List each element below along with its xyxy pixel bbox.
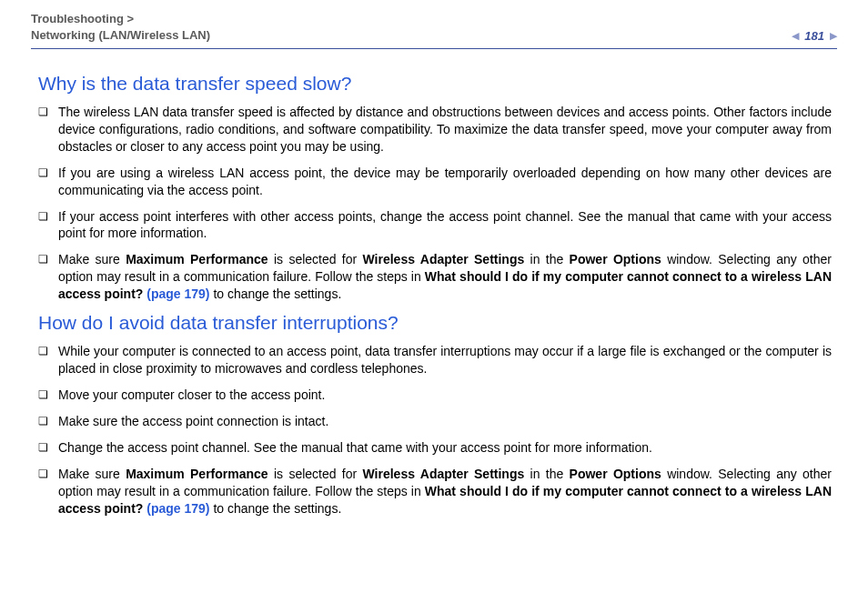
- list-item: ❏The wireless LAN data transfer speed is…: [38, 104, 832, 156]
- text-run: Change the access point channel. See the…: [58, 440, 652, 455]
- list-item: ❏Make sure Maximum Performance is select…: [38, 251, 832, 303]
- bullet-icon: ❏: [38, 104, 58, 121]
- list-item: ❏Make sure the access point connection i…: [38, 413, 832, 430]
- bullet-list: ❏The wireless LAN data transfer speed is…: [38, 104, 832, 303]
- section-heading: Why is the data transfer speed slow?: [38, 73, 832, 95]
- bullet-list: ❏While your computer is connected to an …: [38, 343, 832, 518]
- bold-text: Maximum Performance: [126, 252, 268, 266]
- list-item: ❏While your computer is connected to an …: [38, 343, 832, 377]
- bullet-icon: ❏: [38, 413, 58, 430]
- text-run: to change the settings.: [210, 286, 342, 301]
- list-item: ❏Move your computer closer to the access…: [38, 387, 832, 404]
- bullet-icon: ❏: [38, 343, 58, 360]
- text-run: While your computer is connected to an a…: [58, 344, 832, 376]
- text-run: is selected for: [268, 467, 363, 481]
- breadcrumb: Troubleshooting > Networking (LAN/Wirele…: [31, 11, 210, 43]
- bullet-icon: ❏: [38, 165, 58, 182]
- bullet-icon: ❏: [38, 466, 58, 483]
- text-run: to change the settings.: [210, 501, 342, 516]
- text-run: in the: [524, 252, 569, 266]
- breadcrumb-line-1: Troubleshooting >: [31, 12, 134, 25]
- list-item: ❏Make sure Maximum Performance is select…: [38, 466, 832, 518]
- bullet-text: If your access point interferes with oth…: [58, 208, 832, 243]
- list-item: ❏Change the access point channel. See th…: [38, 439, 832, 457]
- text-run: Make sure the access point connection is…: [58, 414, 328, 428]
- page-content: Why is the data transfer speed slow?❏The…: [31, 49, 837, 518]
- page-header: Troubleshooting > Networking (LAN/Wirele…: [31, 11, 837, 43]
- bullet-text: Make sure Maximum Performance is selecte…: [58, 466, 832, 518]
- bullet-text: If you are using a wireless LAN access p…: [58, 165, 832, 199]
- bullet-text: Make sure the access point connection is…: [58, 413, 832, 430]
- bold-text: Wireless Adapter Settings: [363, 467, 525, 481]
- next-page-icon[interactable]: ▶: [830, 30, 837, 42]
- document-page: Troubleshooting > Networking (LAN/Wirele…: [0, 0, 868, 518]
- page-number: 181: [804, 29, 824, 43]
- text-run: The wireless LAN data transfer speed is …: [58, 105, 832, 154]
- bold-text: Maximum Performance: [126, 467, 268, 481]
- bullet-text: Make sure Maximum Performance is selecte…: [58, 251, 832, 303]
- text-run: Make sure: [58, 252, 126, 266]
- page-number-nav: ◀ 181 ▶: [792, 29, 837, 43]
- page-reference-link[interactable]: (page 179): [146, 501, 209, 516]
- bullet-text: While your computer is connected to an a…: [58, 343, 832, 377]
- list-item: ❏If your access point interferes with ot…: [38, 208, 832, 243]
- list-item: ❏If you are using a wireless LAN access …: [38, 165, 832, 199]
- bullet-icon: ❏: [38, 251, 58, 268]
- text-run: is selected for: [268, 252, 363, 266]
- text-run: If you are using a wireless LAN access p…: [58, 166, 832, 197]
- bullet-text: Change the access point channel. See the…: [58, 439, 832, 457]
- bullet-icon: ❏: [38, 387, 58, 404]
- text-run: in the: [524, 467, 569, 481]
- text-run: Make sure: [58, 467, 126, 481]
- text-run: If your access point interferes with oth…: [58, 209, 832, 241]
- page-reference-link[interactable]: (page 179): [146, 286, 209, 301]
- bullet-icon: ❏: [38, 439, 58, 457]
- bold-text: Power Options: [570, 252, 661, 266]
- bold-text: Power Options: [570, 467, 661, 481]
- text-run: Move your computer closer to the access …: [58, 387, 325, 402]
- bullet-icon: ❏: [38, 208, 58, 226]
- breadcrumb-line-2: Networking (LAN/Wireless LAN): [31, 28, 210, 42]
- bold-text: Wireless Adapter Settings: [363, 252, 525, 266]
- bullet-text: Move your computer closer to the access …: [58, 387, 832, 404]
- prev-page-icon[interactable]: ◀: [792, 30, 799, 42]
- section-heading: How do I avoid data transfer interruptio…: [38, 312, 832, 334]
- bullet-text: The wireless LAN data transfer speed is …: [58, 104, 832, 156]
